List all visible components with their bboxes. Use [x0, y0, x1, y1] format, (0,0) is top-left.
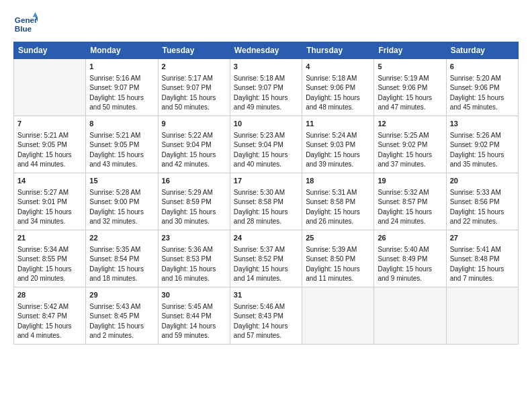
calendar-cell: 12Sunrise: 5:25 AMSunset: 9:02 PMDayligh…: [374, 116, 446, 173]
day-number: 20: [450, 176, 515, 187]
cell-content: Daylight: 15 hours: [17, 208, 82, 218]
cell-content: and 57 minutes.: [234, 331, 298, 341]
cell-content: Daylight: 15 hours: [162, 208, 226, 218]
day-number: 2: [162, 62, 226, 73]
cell-content: Sunset: 8:58 PM: [306, 197, 370, 208]
calendar-cell: 11Sunrise: 5:24 AMSunset: 9:03 PMDayligh…: [302, 116, 374, 173]
cell-content: Daylight: 15 hours: [17, 265, 82, 275]
cell-content: Sunrise: 5:28 AM: [89, 188, 154, 198]
calendar-cell: [14, 59, 86, 116]
calendar-cell: [302, 287, 374, 344]
calendar-cell: 3Sunrise: 5:18 AMSunset: 9:07 PMDaylight…: [230, 59, 302, 116]
cell-content: and 14 minutes.: [234, 274, 298, 284]
cell-content: Daylight: 15 hours: [306, 150, 370, 161]
cell-content: Sunset: 9:01 PM: [17, 197, 82, 208]
cell-content: Daylight: 15 hours: [378, 93, 442, 103]
calendar-cell: 9Sunrise: 5:22 AMSunset: 9:04 PMDaylight…: [158, 116, 230, 173]
day-number: 1: [89, 62, 154, 73]
calendar-cell: 23Sunrise: 5:36 AMSunset: 8:53 PMDayligh…: [158, 230, 230, 287]
cell-content: and 39 minutes.: [306, 160, 370, 170]
cell-content: Daylight: 15 hours: [162, 93, 226, 103]
cell-content: Sunrise: 5:25 AM: [378, 131, 442, 141]
day-number: 14: [17, 176, 82, 187]
calendar-header-monday: Monday: [86, 42, 158, 59]
cell-content: Sunrise: 5:29 AM: [162, 188, 226, 198]
calendar-cell: 7Sunrise: 5:21 AMSunset: 9:05 PMDaylight…: [14, 116, 86, 173]
cell-content: Sunset: 9:05 PM: [89, 140, 154, 150]
cell-content: Sunset: 9:06 PM: [450, 83, 515, 93]
day-number: 29: [89, 290, 154, 301]
cell-content: Sunset: 9:02 PM: [378, 140, 442, 150]
cell-content: Sunset: 9:06 PM: [306, 83, 370, 93]
cell-content: Sunset: 9:03 PM: [306, 140, 370, 150]
cell-content: Daylight: 15 hours: [89, 265, 154, 275]
day-number: 27: [450, 233, 515, 244]
cell-content: Sunrise: 5:33 AM: [450, 188, 515, 198]
calendar-week-row: 28Sunrise: 5:42 AMSunset: 8:47 PMDayligh…: [14, 287, 519, 344]
day-number: 18: [306, 176, 370, 187]
cell-content: Sunset: 9:05 PM: [17, 140, 82, 150]
calendar-week-row: 14Sunrise: 5:27 AMSunset: 9:01 PMDayligh…: [14, 173, 519, 230]
calendar-header-tuesday: Tuesday: [158, 42, 230, 59]
cell-content: Sunrise: 5:30 AM: [234, 188, 298, 198]
cell-content: and 26 minutes.: [306, 217, 370, 227]
day-number: 12: [378, 119, 442, 130]
cell-content: Sunrise: 5:37 AM: [234, 245, 298, 255]
cell-content: Sunrise: 5:18 AM: [306, 74, 370, 84]
calendar-cell: 14Sunrise: 5:27 AMSunset: 9:01 PMDayligh…: [14, 173, 86, 230]
cell-content: Sunrise: 5:18 AM: [234, 74, 298, 84]
cell-content: Sunset: 9:07 PM: [89, 83, 154, 93]
cell-content: and 16 minutes.: [162, 274, 226, 284]
cell-content: and 20 minutes.: [17, 274, 82, 284]
cell-content: Daylight: 15 hours: [17, 150, 82, 161]
day-number: 4: [306, 62, 370, 73]
day-number: 21: [17, 233, 82, 244]
calendar-cell: [446, 287, 518, 344]
cell-content: and 45 minutes.: [450, 103, 515, 113]
cell-content: Sunset: 9:07 PM: [162, 83, 226, 93]
calendar-header-sunday: Sunday: [14, 42, 86, 59]
cell-content: Sunrise: 5:19 AM: [378, 74, 442, 84]
cell-content: Daylight: 15 hours: [306, 93, 370, 103]
cell-content: Sunset: 8:52 PM: [234, 255, 298, 265]
cell-content: Daylight: 15 hours: [306, 265, 370, 275]
cell-content: Daylight: 15 hours: [234, 208, 298, 218]
day-number: 23: [162, 233, 226, 244]
cell-content: Daylight: 15 hours: [89, 208, 154, 218]
calendar-cell: [374, 287, 446, 344]
day-number: 22: [89, 233, 154, 244]
cell-content: and 18 minutes.: [89, 274, 154, 284]
calendar-cell: 8Sunrise: 5:21 AMSunset: 9:05 PMDaylight…: [86, 116, 158, 173]
cell-content: Sunset: 8:53 PM: [162, 255, 226, 265]
cell-content: Daylight: 15 hours: [450, 208, 515, 218]
cell-content: Sunrise: 5:20 AM: [450, 74, 515, 84]
calendar-cell: 27Sunrise: 5:41 AMSunset: 8:48 PMDayligh…: [446, 230, 518, 287]
cell-content: Daylight: 15 hours: [234, 150, 298, 161]
cell-content: and 24 minutes.: [378, 217, 442, 227]
page: General Blue SundayMondayTuesdayWednesda…: [0, 0, 532, 353]
cell-content: and 50 minutes.: [162, 103, 226, 113]
cell-content: Sunrise: 5:32 AM: [378, 188, 442, 198]
calendar-header-thursday: Thursday: [302, 42, 374, 59]
cell-content: Daylight: 15 hours: [89, 150, 154, 161]
calendar-cell: 5Sunrise: 5:19 AMSunset: 9:06 PMDaylight…: [374, 59, 446, 116]
cell-content: Sunset: 8:54 PM: [89, 255, 154, 265]
calendar-week-row: 1Sunrise: 5:16 AMSunset: 9:07 PMDaylight…: [14, 59, 519, 116]
calendar-header-row: SundayMondayTuesdayWednesdayThursdayFrid…: [14, 42, 519, 59]
cell-content: Sunrise: 5:36 AM: [162, 245, 226, 255]
cell-content: Sunrise: 5:27 AM: [17, 188, 82, 198]
cell-content: and 47 minutes.: [378, 103, 442, 113]
day-number: 15: [89, 176, 154, 187]
cell-content: and 32 minutes.: [89, 217, 154, 227]
day-number: 8: [89, 119, 154, 130]
cell-content: Daylight: 14 hours: [234, 322, 298, 332]
cell-content: Daylight: 15 hours: [17, 322, 82, 332]
cell-content: Daylight: 15 hours: [450, 93, 515, 103]
cell-content: and 59 minutes.: [162, 331, 226, 341]
cell-content: Sunrise: 5:43 AM: [89, 302, 154, 312]
day-number: 24: [234, 233, 298, 244]
calendar-cell: 16Sunrise: 5:29 AMSunset: 8:59 PMDayligh…: [158, 173, 230, 230]
calendar: SundayMondayTuesdayWednesdayThursdayFrid…: [13, 42, 519, 345]
cell-content: Daylight: 15 hours: [306, 208, 370, 218]
calendar-cell: 19Sunrise: 5:32 AMSunset: 8:57 PMDayligh…: [374, 173, 446, 230]
